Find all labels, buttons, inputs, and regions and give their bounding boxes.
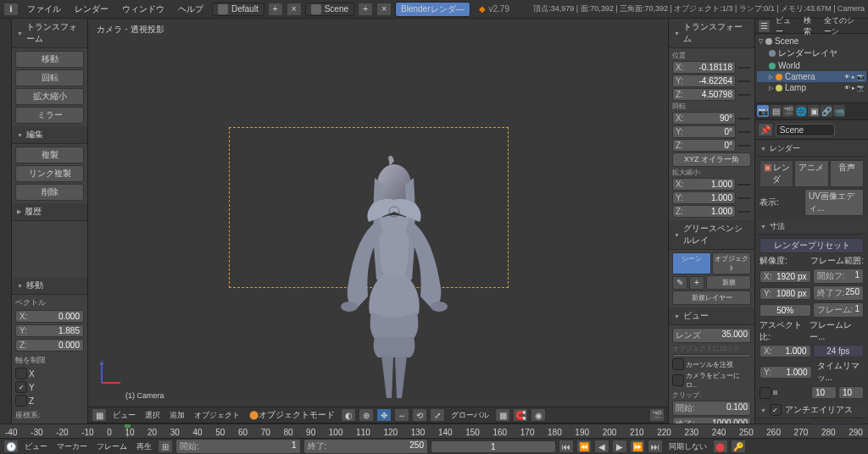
tl-current-field[interactable]: 1 <box>431 440 556 453</box>
editor-type-icon[interactable]: ℹ <box>3 3 19 16</box>
constrain-x-check[interactable] <box>15 368 27 379</box>
history-panel-header[interactable]: 履歴 <box>12 203 87 221</box>
res-pct-field[interactable]: 50% <box>760 304 811 317</box>
lock-icon[interactable] <box>737 94 751 96</box>
move-button[interactable]: 移動 <box>15 51 84 68</box>
res-y-field[interactable]: Y:1080 px <box>760 287 811 300</box>
manip-rotate-icon[interactable]: ⟲ <box>412 408 427 422</box>
mirror-button[interactable]: ミラー <box>15 107 84 124</box>
tl-menu-marker[interactable]: マーカー <box>53 440 91 453</box>
tab-render-icon[interactable]: 📷 <box>757 105 769 117</box>
chevron-icon[interactable]: ▷ <box>769 85 773 91</box>
tree-lamp-label[interactable]: Lamp <box>785 83 806 92</box>
lock-icon[interactable] <box>737 131 751 133</box>
scale-x-field[interactable]: X:1.000 <box>672 178 736 191</box>
engine-dropdown[interactable]: Blenderレンダ― <box>395 2 470 17</box>
menu-render[interactable]: レンダー <box>70 2 114 17</box>
np-gpencil-header[interactable]: グリースペンシルレイ <box>669 220 754 250</box>
shading-solid-icon[interactable]: ◐ <box>341 408 356 422</box>
tab-constraints-icon[interactable]: 🔗 <box>821 105 832 117</box>
keyframe-next-icon[interactable]: ⏩ <box>630 440 645 453</box>
tool-tab-strip[interactable] <box>0 19 12 424</box>
outliner-view-menu[interactable]: ビュー <box>772 14 798 38</box>
transform-panel-header[interactable]: トランスフォーム <box>12 19 87 48</box>
clip-end-field[interactable]: 終了:1000.000 <box>672 417 751 424</box>
snap-icon[interactable]: 🧲 <box>513 408 528 422</box>
rot-z-field[interactable]: Z:0° <box>672 139 736 152</box>
tl-menu-frame[interactable]: フレーム <box>93 440 131 453</box>
tab-world-icon[interactable]: 🌐 <box>795 105 807 117</box>
res-x-field[interactable]: X:1920 px <box>760 270 811 283</box>
lock-icon[interactable] <box>737 184 751 185</box>
jump-end-icon[interactable]: ⏭ <box>648 440 663 453</box>
play-icon[interactable]: ▶ <box>612 440 627 453</box>
tl-menu-view[interactable]: ビュー <box>21 440 51 453</box>
tree-layer-label[interactable]: レンダーレイヤ <box>778 47 837 59</box>
keyframe-prev-icon[interactable]: ⏪ <box>576 440 592 453</box>
chevron-down-icon[interactable]: ▽ <box>759 38 763 45</box>
cursor-follow-check[interactable] <box>672 358 684 370</box>
lock-icon[interactable] <box>737 145 751 147</box>
edit-panel-header[interactable]: 編集 <box>12 126 87 144</box>
lock-icon[interactable] <box>737 211 751 213</box>
scene-name-field[interactable]: Scene <box>776 124 835 136</box>
scene-del-button[interactable]: × <box>376 3 392 16</box>
move-z-field[interactable]: Z:0.000 <box>15 339 84 352</box>
vp-menu-select[interactable]: 選択 <box>142 409 164 422</box>
delete-button[interactable]: 削除 <box>15 184 84 201</box>
play-reverse-icon[interactable]: ◀ <box>594 440 609 453</box>
link-duplicate-button[interactable]: リンク複製 <box>15 165 84 182</box>
gp-new-button[interactable]: 新規 <box>706 275 751 290</box>
loc-x-field[interactable]: X:-0.18118 <box>672 61 736 74</box>
gp-new-layer-button[interactable]: 新規レイヤー <box>672 291 751 305</box>
manipulator-toggle[interactable]: ✥ <box>376 408 392 422</box>
np-view-header[interactable]: ビュー <box>669 307 754 325</box>
layout-add-button[interactable]: + <box>268 3 283 16</box>
scale-y-field[interactable]: Y:1.000 <box>672 191 736 204</box>
outliner-tree[interactable]: ▽Scene レンダーレイヤ World ▷Camera👁 ▸ 📷 ▷Lamp👁… <box>755 34 868 95</box>
anim-button[interactable]: アニメ <box>794 160 828 187</box>
menu-help[interactable]: ヘルプ <box>173 2 209 17</box>
orientation-dropdown[interactable]: グローバル <box>448 409 492 422</box>
outliner-search-menu[interactable]: 検索 <box>800 14 820 38</box>
remap-new-field[interactable]: 10 <box>838 386 864 399</box>
vp-menu-object[interactable]: オブジェクト <box>191 409 243 422</box>
gp-scene-tab[interactable]: シーン <box>672 252 711 274</box>
tree-world-label[interactable]: World <box>778 61 800 70</box>
jump-start-icon[interactable]: ⏮ <box>559 440 574 453</box>
cam-to-view-check[interactable] <box>672 374 684 386</box>
loc-y-field[interactable]: Y:-4.62264 <box>672 75 736 87</box>
tree-camera-label[interactable]: Camera <box>785 72 815 81</box>
tl-menu-play[interactable]: 再生 <box>133 440 155 453</box>
display-dropdown[interactable]: UV画像エディ... <box>804 189 864 216</box>
tab-scene-icon[interactable]: 🎬 <box>782 105 794 117</box>
visibility-icons[interactable]: 👁 ▸ 📷 <box>844 74 865 80</box>
scene-dropdown[interactable]: Scene <box>305 3 354 16</box>
frame-step-field[interactable]: フレーム:1 <box>813 302 865 318</box>
sync-mode-dropdown[interactable]: 同期しない <box>665 440 710 453</box>
screen-layout-dropdown[interactable]: Default <box>212 3 264 16</box>
move-x-field[interactable]: X:0.000 <box>15 310 84 323</box>
move-y-field[interactable]: Y:1.885 <box>15 324 84 337</box>
constrain-y-check[interactable] <box>15 381 27 393</box>
rotation-mode-dropdown[interactable]: XYZ オイラー角 <box>672 152 751 167</box>
frame-end-field[interactable]: 終了フ:250 <box>813 285 865 301</box>
tab-renderlayers-icon[interactable]: ▤ <box>770 105 782 117</box>
tab-object-icon[interactable]: ▣ <box>808 105 820 117</box>
lock-icon[interactable] <box>737 197 751 199</box>
rot-x-field[interactable]: X:90° <box>672 112 736 125</box>
aa-enable-check[interactable] <box>770 404 782 416</box>
timeline-ruler[interactable]: -40-30-20-100102030405060708090100110120… <box>0 424 868 439</box>
pivot-icon[interactable]: ⊕ <box>359 408 374 422</box>
render-preview-icon[interactable]: 🎬 <box>649 408 665 422</box>
editor-type-3dview-icon[interactable]: ▦ <box>92 408 107 422</box>
vp-menu-view[interactable]: ビュー <box>109 409 139 422</box>
np-transform-header[interactable]: トランスフォーム <box>669 19 754 48</box>
outliner-filter-dropdown[interactable]: 全てのシーン <box>821 14 865 38</box>
outliner-type-icon[interactable]: ☰ <box>758 19 771 33</box>
vp-menu-add[interactable]: 追加 <box>166 409 188 422</box>
clip-start-field[interactable]: 開始:0.100 <box>672 401 751 416</box>
frame-start-field[interactable]: 開始フ:1 <box>813 269 865 284</box>
duplicate-button[interactable]: 複製 <box>15 147 84 163</box>
layout-del-button[interactable]: × <box>287 3 302 16</box>
